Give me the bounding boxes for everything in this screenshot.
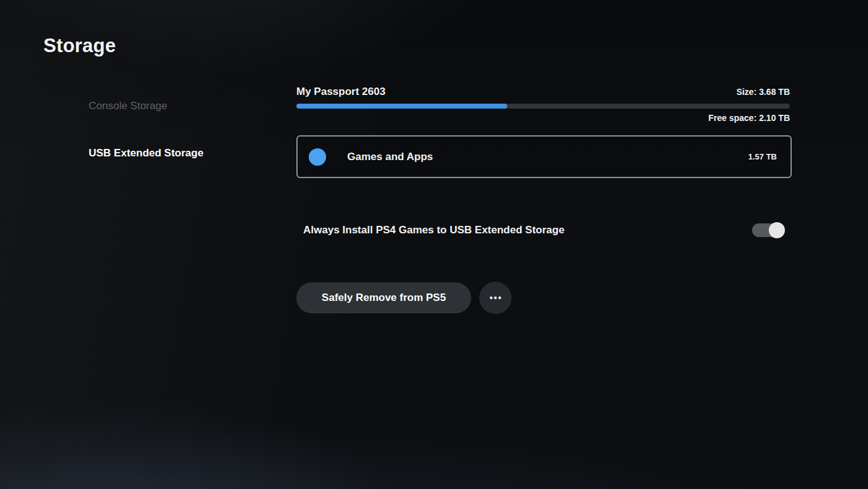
- storage-usage-fill: [296, 104, 507, 109]
- ps4-install-toggle[interactable]: [752, 222, 785, 238]
- sidebar-item-usb-extended-storage[interactable]: USB Extended Storage: [89, 147, 203, 159]
- category-games-and-apps[interactable]: Games and Apps 1.57 TB: [296, 135, 792, 178]
- category-label: Games and Apps: [347, 151, 748, 163]
- ps4-install-toggle-label: Always Install PS4 Games to USB Extended…: [303, 224, 564, 236]
- sidebar-item-console-storage[interactable]: Console Storage: [89, 100, 167, 112]
- safely-remove-button[interactable]: Safely Remove from PS5: [296, 282, 471, 313]
- storage-usage-bar: [296, 104, 790, 109]
- drive-actions: Safely Remove from PS5 •••: [296, 282, 512, 314]
- more-options-button[interactable]: •••: [479, 282, 512, 314]
- background: [0, 0, 868, 489]
- drive-size-label: Size: 3.68 TB: [737, 87, 790, 97]
- ps4-install-setting-row: Always Install PS4 Games to USB Extended…: [296, 222, 790, 239]
- toggle-knob-icon: [769, 222, 785, 238]
- drive-name: My Passport 2603: [296, 86, 386, 98]
- drive-free-space-label: Free space: 2.10 TB: [296, 113, 790, 123]
- games-and-apps-dot-icon: [309, 148, 326, 166]
- drive-header: My Passport 2603 Size: 3.68 TB: [296, 86, 790, 98]
- category-size: 1.57 TB: [748, 152, 777, 161]
- page-title: Storage: [43, 35, 116, 57]
